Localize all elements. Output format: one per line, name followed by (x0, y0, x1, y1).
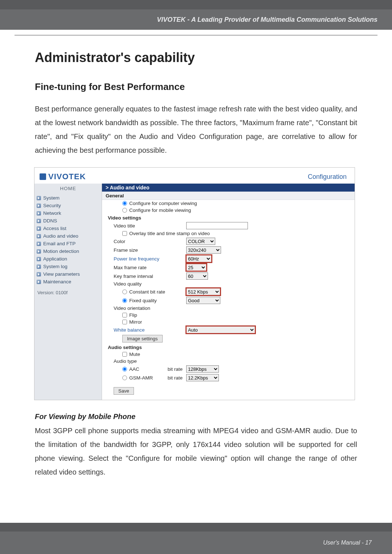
max-frame-rate-select[interactable]: 25 (186, 264, 207, 271)
arrow-icon (37, 196, 41, 200)
image-settings-button[interactable]: Image settings (122, 335, 163, 342)
main-panel: > Audio and video General Configure for … (102, 184, 355, 400)
color-label: Color (114, 239, 183, 244)
radio-label: Configure for mobile viewing (129, 208, 191, 213)
sidebar-item-security[interactable]: Security (34, 202, 102, 209)
mobile-paragraph: Most 3GPP cell phone supports media stre… (35, 424, 357, 479)
logo-mark-icon (40, 173, 46, 180)
mute-checkbox[interactable]: Mute (122, 352, 140, 357)
arrow-icon (37, 242, 41, 246)
sidebar-item-maintenance[interactable]: Maintenance (34, 278, 102, 286)
video-settings-heading: Video settings (102, 214, 355, 221)
video-title-label: Video title (114, 223, 183, 229)
sidebar-item-label: Audio and video (43, 233, 78, 239)
key-frame-select[interactable]: 60 (186, 272, 208, 280)
audio-type-label: Audio type (114, 358, 183, 364)
aac-bitrate-select[interactable]: 128Kbps (186, 365, 219, 373)
sidebar-item-label: Email and FTP (43, 241, 75, 246)
video-quality-label: Video quality (114, 281, 183, 287)
sidebar-home[interactable]: HOME (34, 184, 102, 194)
fixed-quality-select[interactable]: Good (186, 297, 220, 304)
footer-top-band (0, 523, 392, 532)
sidebar-item-network[interactable]: Network (34, 209, 102, 217)
version-label: Version: 0100f (34, 286, 102, 300)
arrow-icon (37, 280, 41, 284)
max-frame-rate-label: Max frame rate (114, 265, 183, 270)
frame-size-select[interactable]: 320x240 (186, 246, 221, 254)
radio-label: AAC (129, 366, 139, 372)
gsm-bitrate-select[interactable]: 12.2Kbps (186, 374, 219, 381)
sidebar-item-audio-video[interactable]: Audio and video (34, 232, 102, 240)
mirror-checkbox[interactable]: Mirror (122, 319, 142, 325)
radio-configure-mobile[interactable]: Configure for mobile viewing (122, 208, 191, 213)
section-title: Fine-tuning for Best Performance (35, 81, 357, 93)
page-number: User's Manual - 17 (323, 539, 372, 546)
header-band: VIVOTEK - A Leading Provider of Multimed… (0, 9, 392, 30)
save-button[interactable]: Save (114, 387, 134, 395)
video-orientation-label: Video orientation (114, 305, 183, 311)
top-band (0, 0, 392, 9)
arrow-icon (37, 257, 41, 261)
header-tagline: VIVOTEK - A Leading Provider of Multimed… (157, 16, 377, 24)
sidebar-item-application[interactable]: Application (34, 255, 102, 263)
flip-checkbox[interactable]: Flip (122, 312, 137, 318)
radio-configure-computer[interactable]: Configure for computer viewing (122, 201, 197, 206)
breadcrumb: > Audio and video (102, 184, 355, 192)
checkbox-label: Flip (129, 312, 137, 318)
general-heading: General (102, 192, 355, 200)
overlay-checkbox[interactable]: Overlay title and time stamp on video (122, 231, 210, 236)
sidebar-item-label: Security (43, 203, 61, 208)
checkbox-label: Mute (129, 352, 140, 357)
arrow-icon (37, 234, 41, 238)
page-title: Administrator's capability (35, 50, 357, 65)
sidebar-item-label: Motion detection (43, 249, 79, 254)
arrow-icon (37, 264, 41, 269)
sidebar-item-system-log[interactable]: System log (34, 263, 102, 270)
white-balance-label: White balance (114, 327, 183, 333)
aac-bitrate-label: bit rate (162, 366, 183, 372)
vivotek-logo: VIVOTEK (40, 172, 86, 181)
sidebar-item-label: DDNS (43, 218, 57, 223)
video-title-input[interactable] (186, 222, 248, 229)
sidebar-item-view-parameters[interactable]: View parameters (34, 270, 102, 278)
power-line-label: Power line frequency (114, 256, 183, 262)
sidebar-item-email-ftp[interactable]: Email and FTP (34, 240, 102, 247)
arrow-icon (37, 226, 41, 231)
configuration-label: Configuration (308, 173, 347, 181)
key-frame-label: Key frame interval (114, 274, 183, 279)
intro-paragraph: Best performance generally equates to th… (35, 102, 357, 157)
sidebar-item-motion[interactable]: Motion detection (34, 247, 102, 255)
arrow-icon (37, 272, 41, 276)
gsm-bitrate-label: bit rate (162, 375, 183, 381)
sidebar-item-label: System (43, 195, 60, 201)
constant-bitrate-select[interactable]: 512 Kbps (186, 288, 220, 295)
color-select[interactable]: COLOR (186, 238, 215, 245)
radio-aac[interactable]: AAC (122, 366, 159, 372)
config-screenshot: VIVOTEK Configuration HOME System Securi… (34, 167, 355, 400)
sidebar-item-label: Application (43, 256, 67, 262)
white-balance-select[interactable]: Auto (186, 326, 255, 333)
sidebar-item-access-list[interactable]: Access list (34, 225, 102, 232)
checkbox-label: Overlay title and time stamp on video (129, 231, 210, 236)
arrow-icon (37, 211, 41, 216)
logo-text: VIVOTEK (48, 172, 86, 181)
mobile-subheading: For Viewing by Mobile Phone (35, 413, 357, 421)
radio-label: Configure for computer viewing (129, 201, 197, 206)
sidebar-item-label: View parameters (43, 271, 80, 277)
radio-label: GSM-AMR (129, 375, 153, 381)
radio-label: Constant bit rate (129, 289, 165, 295)
sidebar-item-label: System log (43, 264, 68, 269)
sidebar-item-system[interactable]: System (34, 194, 102, 202)
arrow-icon (37, 204, 41, 208)
sidebar-item-label: Access list (43, 226, 66, 231)
checkbox-label: Mirror (129, 319, 142, 325)
sidebar: HOME System Security Network DDNS Access… (34, 184, 102, 400)
sidebar-item-label: Network (43, 210, 61, 216)
frame-size-label: Frame size (114, 247, 183, 253)
radio-constant-bitrate[interactable]: Constant bit rate (122, 289, 183, 295)
radio-gsm-amr[interactable]: GSM-AMR (122, 375, 159, 381)
sidebar-item-ddns[interactable]: DDNS (34, 217, 102, 225)
radio-fixed-quality[interactable]: Fixed quality (122, 298, 183, 303)
audio-settings-heading: Audio settings (102, 343, 355, 351)
power-line-select[interactable]: 60Hz (186, 255, 212, 262)
